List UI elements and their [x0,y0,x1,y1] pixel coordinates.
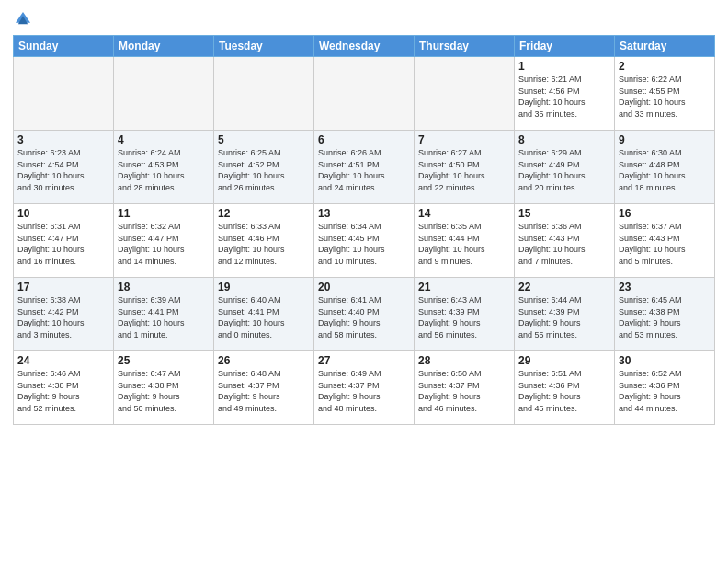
day-info: Sunrise: 6:47 AM Sunset: 4:38 PM Dayligh… [118,368,210,414]
calendar-cell: 3Sunrise: 6:23 AM Sunset: 4:54 PM Daylig… [14,131,114,204]
day-info: Sunrise: 6:25 AM Sunset: 4:52 PM Dayligh… [218,147,310,193]
calendar-table: SundayMondayTuesdayWednesdayThursdayFrid… [13,35,715,425]
calendar-cell: 14Sunrise: 6:35 AM Sunset: 4:44 PM Dayli… [415,204,515,278]
day-info: Sunrise: 6:38 AM Sunset: 4:42 PM Dayligh… [17,294,109,340]
calendar-cell: 16Sunrise: 6:37 AM Sunset: 4:43 PM Dayli… [615,204,715,278]
day-info: Sunrise: 6:35 AM Sunset: 4:44 PM Dayligh… [418,221,510,267]
calendar-cell: 21Sunrise: 6:43 AM Sunset: 4:39 PM Dayli… [415,278,515,351]
calendar-cell [415,57,515,131]
calendar-cell [314,57,415,131]
day-number: 10 [17,207,109,220]
day-number: 14 [418,207,510,220]
weekday-header: Sunday [14,36,114,57]
day-info: Sunrise: 6:48 AM Sunset: 4:37 PM Dayligh… [218,368,310,414]
day-number: 12 [218,207,310,220]
calendar-cell: 13Sunrise: 6:34 AM Sunset: 4:45 PM Dayli… [314,204,415,278]
calendar-cell: 2Sunrise: 6:22 AM Sunset: 4:55 PM Daylig… [615,57,715,131]
day-number: 15 [518,207,610,220]
calendar-cell [14,57,114,131]
weekday-header: Tuesday [214,36,314,57]
day-info: Sunrise: 6:37 AM Sunset: 4:43 PM Dayligh… [619,221,711,267]
day-number: 30 [619,354,711,367]
day-number: 25 [118,354,210,367]
day-number: 1 [518,60,610,73]
calendar-cell: 7Sunrise: 6:27 AM Sunset: 4:50 PM Daylig… [415,131,515,204]
calendar-cell: 4Sunrise: 6:24 AM Sunset: 4:53 PM Daylig… [114,131,214,204]
day-number: 17 [17,281,109,293]
calendar-cell: 6Sunrise: 6:26 AM Sunset: 4:51 PM Daylig… [314,131,415,204]
day-number: 16 [619,207,711,220]
day-info: Sunrise: 6:39 AM Sunset: 4:41 PM Dayligh… [118,294,210,340]
calendar-cell: 24Sunrise: 6:46 AM Sunset: 4:38 PM Dayli… [14,351,114,425]
day-info: Sunrise: 6:33 AM Sunset: 4:46 PM Dayligh… [218,221,310,267]
calendar-cell: 26Sunrise: 6:48 AM Sunset: 4:37 PM Dayli… [214,351,314,425]
logo [13,9,37,29]
calendar-cell: 10Sunrise: 6:31 AM Sunset: 4:47 PM Dayli… [14,204,114,278]
calendar-cell: 17Sunrise: 6:38 AM Sunset: 4:42 PM Dayli… [14,278,114,351]
weekday-header: Friday [515,36,615,57]
day-info: Sunrise: 6:36 AM Sunset: 4:43 PM Dayligh… [518,221,610,267]
calendar-cell [114,57,214,131]
day-number: 7 [418,133,510,146]
calendar-cell: 30Sunrise: 6:52 AM Sunset: 4:36 PM Dayli… [615,351,715,425]
calendar-cell: 19Sunrise: 6:40 AM Sunset: 4:41 PM Dayli… [214,278,314,351]
header [13,9,715,29]
day-info: Sunrise: 6:43 AM Sunset: 4:39 PM Dayligh… [418,294,510,340]
day-info: Sunrise: 6:44 AM Sunset: 4:39 PM Dayligh… [518,294,610,340]
day-number: 3 [17,133,109,146]
day-number: 26 [218,354,310,367]
day-info: Sunrise: 6:21 AM Sunset: 4:56 PM Dayligh… [518,74,610,120]
weekday-header: Monday [114,36,214,57]
logo-icon [13,9,33,29]
calendar-header-row: SundayMondayTuesdayWednesdayThursdayFrid… [14,36,715,57]
day-number: 24 [17,354,109,367]
day-number: 11 [118,207,210,220]
calendar-cell: 15Sunrise: 6:36 AM Sunset: 4:43 PM Dayli… [515,204,615,278]
calendar-cell: 29Sunrise: 6:51 AM Sunset: 4:36 PM Dayli… [515,351,615,425]
day-info: Sunrise: 6:26 AM Sunset: 4:51 PM Dayligh… [318,147,410,193]
weekday-header: Thursday [415,36,515,57]
day-number: 19 [218,281,310,293]
weekday-header: Saturday [615,36,715,57]
calendar-cell: 27Sunrise: 6:49 AM Sunset: 4:37 PM Dayli… [314,351,415,425]
day-info: Sunrise: 6:24 AM Sunset: 4:53 PM Dayligh… [118,147,210,193]
day-info: Sunrise: 6:23 AM Sunset: 4:54 PM Dayligh… [17,147,109,193]
calendar-cell: 28Sunrise: 6:50 AM Sunset: 4:37 PM Dayli… [415,351,515,425]
day-info: Sunrise: 6:34 AM Sunset: 4:45 PM Dayligh… [318,221,410,267]
day-number: 28 [418,354,510,367]
calendar-week-row: 1Sunrise: 6:21 AM Sunset: 4:56 PM Daylig… [14,57,715,131]
day-number: 21 [418,281,510,293]
day-info: Sunrise: 6:29 AM Sunset: 4:49 PM Dayligh… [518,147,610,193]
calendar-cell: 9Sunrise: 6:30 AM Sunset: 4:48 PM Daylig… [615,131,715,204]
day-number: 2 [619,60,711,73]
calendar-cell: 5Sunrise: 6:25 AM Sunset: 4:52 PM Daylig… [214,131,314,204]
day-info: Sunrise: 6:50 AM Sunset: 4:37 PM Dayligh… [418,368,510,414]
day-info: Sunrise: 6:41 AM Sunset: 4:40 PM Dayligh… [318,294,410,340]
day-info: Sunrise: 6:27 AM Sunset: 4:50 PM Dayligh… [418,147,510,193]
day-number: 9 [619,133,711,146]
calendar-cell: 12Sunrise: 6:33 AM Sunset: 4:46 PM Dayli… [214,204,314,278]
calendar-cell: 18Sunrise: 6:39 AM Sunset: 4:41 PM Dayli… [114,278,214,351]
calendar-week-row: 17Sunrise: 6:38 AM Sunset: 4:42 PM Dayli… [14,278,715,351]
day-info: Sunrise: 6:22 AM Sunset: 4:55 PM Dayligh… [619,74,711,120]
day-info: Sunrise: 6:46 AM Sunset: 4:38 PM Dayligh… [17,368,109,414]
day-info: Sunrise: 6:31 AM Sunset: 4:47 PM Dayligh… [17,221,109,267]
day-number: 5 [218,133,310,146]
day-info: Sunrise: 6:51 AM Sunset: 4:36 PM Dayligh… [518,368,610,414]
day-number: 22 [518,281,610,293]
weekday-header: Wednesday [314,36,415,57]
calendar-cell: 1Sunrise: 6:21 AM Sunset: 4:56 PM Daylig… [515,57,615,131]
day-number: 20 [318,281,410,293]
calendar-week-row: 3Sunrise: 6:23 AM Sunset: 4:54 PM Daylig… [14,131,715,204]
day-number: 29 [518,354,610,367]
day-number: 6 [318,133,410,146]
calendar-cell: 11Sunrise: 6:32 AM Sunset: 4:47 PM Dayli… [114,204,214,278]
calendar-cell: 20Sunrise: 6:41 AM Sunset: 4:40 PM Dayli… [314,278,415,351]
day-number: 13 [318,207,410,220]
calendar-cell: 23Sunrise: 6:45 AM Sunset: 4:38 PM Dayli… [615,278,715,351]
day-number: 4 [118,133,210,146]
page: SundayMondayTuesdayWednesdayThursdayFrid… [0,0,728,563]
day-info: Sunrise: 6:32 AM Sunset: 4:47 PM Dayligh… [118,221,210,267]
day-info: Sunrise: 6:45 AM Sunset: 4:38 PM Dayligh… [619,294,711,340]
day-info: Sunrise: 6:52 AM Sunset: 4:36 PM Dayligh… [619,368,711,414]
